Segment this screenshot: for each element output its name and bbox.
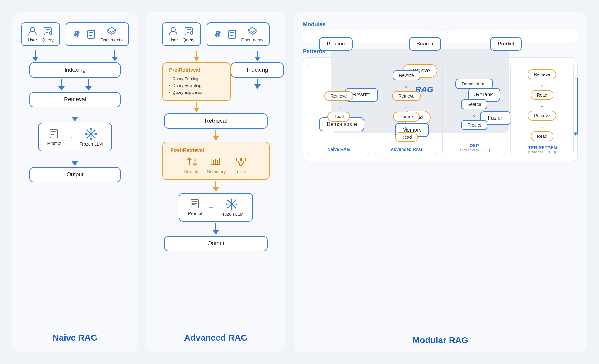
pn-naive-read: Read <box>327 112 350 122</box>
pn-adv-arrow2: ⌄ <box>404 103 409 109</box>
svg-rect-12 <box>50 129 57 138</box>
pn-dsp-search: Search <box>461 99 487 109</box>
naive-frozen-llm-label: Frozen LLM <box>80 141 103 146</box>
svg-point-26 <box>94 130 96 131</box>
svg-point-27 <box>87 137 88 139</box>
svg-marker-38 <box>248 27 257 32</box>
naive-icons-row: User Query <box>21 22 129 46</box>
naive-output-node: Output <box>29 167 121 182</box>
pn-dsp-arrow1: ⌄ <box>472 91 477 97</box>
pn-adv-rerank: Rerank <box>393 112 420 122</box>
adv-document-icon <box>227 29 237 39</box>
svg-point-62 <box>235 200 236 201</box>
advanced-flow: User Query <box>155 22 277 327</box>
naive-prompt-label: Prompt <box>47 141 61 146</box>
adv-user-icon <box>168 26 178 36</box>
naive-rag-panel: User Query <box>12 12 138 352</box>
naive-arrow1 <box>32 50 38 61</box>
pn-iter-arrow3: ⌄ <box>540 123 544 129</box>
svg-line-6 <box>51 34 52 35</box>
svg-point-63 <box>227 207 229 209</box>
advanced-query-item: Query <box>183 26 194 42</box>
modules-section: Modules <box>303 21 578 43</box>
svg-point-24 <box>87 130 88 131</box>
adv-retrieval-node: Retrieval <box>164 113 268 129</box>
naive-user-item: User <box>27 26 37 42</box>
pre-retrieval-title: Pre-Retrieval <box>169 67 224 73</box>
adv-summary-item: Summary <box>207 156 226 174</box>
iter-loop-arrow <box>572 72 579 140</box>
pn-adv-retrieve: Retrieve <box>392 91 421 101</box>
pn-dsp-arrow2: ⌄ <box>472 112 477 117</box>
adv-query-icon <box>184 26 194 36</box>
naive-arrow6 <box>72 153 78 166</box>
adv-fusion-item: Fusion <box>234 156 247 174</box>
adv-link-icon <box>213 29 223 39</box>
advanced-icons-row: User Query <box>162 22 270 46</box>
adv-query-label: Query <box>183 37 194 42</box>
pn-dsp-title: DSP <box>470 143 479 148</box>
modules-label: Modules <box>303 21 578 28</box>
pn-naive-title: Naive RAG <box>327 147 350 152</box>
adv-layers-icon-item: Documents <box>241 26 264 42</box>
snowflake-icon <box>85 128 97 140</box>
adv-rerank-item: Rerank <box>184 156 198 174</box>
pn-iter-retrieve1: Retrieve <box>528 69 556 79</box>
pn-dsp-subtitle: [Khattab et al., 2022] <box>458 148 490 152</box>
pn-iter-read2: Read <box>531 131 553 141</box>
naive-retrieval-node: Retrieval <box>29 92 121 107</box>
pn-iter-title: ITER-RETGEN <box>527 145 557 150</box>
adv-link-icon-item <box>213 29 223 39</box>
advanced-user-query-group: User Query <box>162 22 201 46</box>
svg-rect-46 <box>241 158 245 161</box>
mod-predict-node: Predict <box>490 37 522 51</box>
naive-user-label: User <box>28 37 37 42</box>
naive-arrow2 <box>112 50 118 61</box>
svg-point-22 <box>85 133 87 135</box>
naive-flow: User Query <box>21 22 129 327</box>
naive-link-icon-item <box>72 29 82 39</box>
advanced-user-item: User <box>168 26 178 42</box>
svg-point-21 <box>90 138 92 140</box>
naive-query-label: Query <box>42 37 54 42</box>
rerank-icon <box>186 156 197 167</box>
svg-point-57 <box>231 208 233 210</box>
adv-prompt-icon <box>190 199 201 210</box>
adv-documents-label: Documents <box>241 37 264 42</box>
user-icon <box>27 26 37 36</box>
naive-user-query-group: User Query <box>21 22 60 46</box>
svg-rect-45 <box>236 158 240 161</box>
naive-indexing-node: Indexing <box>29 62 121 78</box>
naive-prompt-item: Prompt <box>47 128 61 146</box>
naive-arrow4 <box>85 79 92 91</box>
naive-arrow5 <box>72 108 78 122</box>
svg-point-60 <box>227 200 229 201</box>
naive-layers-icon-item: Documents <box>100 26 123 42</box>
pn-adv-title: Advanced RAG <box>391 147 422 152</box>
adv-prompt-label: Prompt <box>188 211 202 216</box>
pn-adv-rewrite: Rewrite <box>393 70 420 80</box>
svg-point-25 <box>94 137 96 139</box>
svg-line-71 <box>442 40 447 41</box>
modular-rag-title: Modular RAG <box>412 330 468 345</box>
pn-iter-retrieve2: Retrieve <box>528 111 556 121</box>
naive-prompt-arrow: → <box>67 133 74 141</box>
modular-rag-panel: Modules <box>294 12 587 352</box>
advanced-rag-panel: User Query <box>146 12 285 352</box>
post-retrieval-box: Post-Retrieval Rerank <box>162 142 269 180</box>
pattern-advanced-col: Rewrite ⌄ Retrieve ⌄ Rerank ⌄ Read Advan… <box>375 63 438 156</box>
layers-icon <box>107 26 117 36</box>
mod-routing-node: Routing <box>319 37 353 51</box>
pn-naive-arrow1: ⌄ <box>336 103 341 109</box>
naive-documents-group: Documents <box>66 22 129 46</box>
naive-rag-title: Naive RAG <box>52 327 98 343</box>
adv-user-label: User <box>169 37 178 42</box>
adv-doc-icon-item <box>227 29 237 39</box>
adv-arrow-post <box>213 130 219 141</box>
advanced-documents-group: Documents <box>207 22 270 46</box>
pn-naive-retrieve: Retrieve <box>324 91 353 101</box>
adv-summary-label: Summary <box>207 169 226 174</box>
modular-content: Modules <box>303 21 578 163</box>
adv-arrow-pre1 <box>193 51 200 61</box>
naive-query-item: Query <box>42 26 54 42</box>
